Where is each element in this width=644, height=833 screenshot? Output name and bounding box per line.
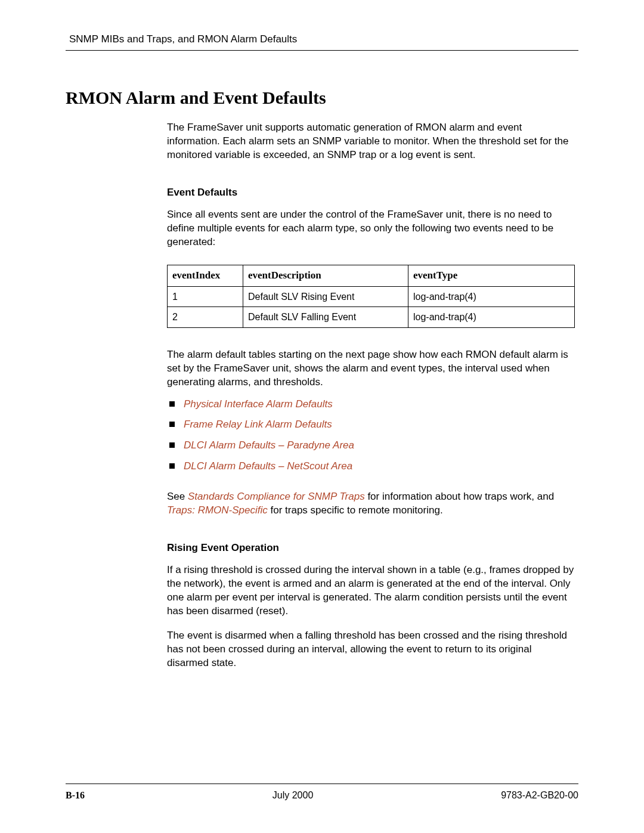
table-row: 1 Default SLV Rising Event log-and-trap(… bbox=[168, 286, 575, 307]
footer-date: July 2000 bbox=[273, 790, 314, 801]
table-header-row: eventIndex eventDescription eventType bbox=[168, 265, 575, 286]
link-physical-interface-alarm-defaults[interactable]: Physical Interface Alarm Defaults bbox=[167, 398, 575, 411]
header-rule bbox=[66, 50, 578, 51]
link-dlci-alarm-defaults-paradyne[interactable]: DLCI Alarm Defaults – Paradyne Area bbox=[167, 439, 575, 453]
document-number: 9783-A2-GB20-00 bbox=[501, 790, 578, 801]
cell-event-description: Default SLV Falling Event bbox=[243, 307, 408, 328]
event-defaults-heading: Event Defaults bbox=[167, 186, 575, 200]
running-header: SNMP MIBs and Traps, and RMON Alarm Defa… bbox=[66, 33, 578, 45]
section-title: RMON Alarm and Event Defaults bbox=[66, 88, 578, 108]
see-paragraph: See Standards Compliance for SNMP Traps … bbox=[167, 490, 575, 518]
col-event-description: eventDescription bbox=[243, 265, 408, 286]
col-event-index: eventIndex bbox=[168, 265, 243, 286]
link-traps-rmon-specific[interactable]: Traps: RMON-Specific bbox=[167, 504, 268, 516]
reference-link-list: Physical Interface Alarm Defaults Frame … bbox=[167, 398, 575, 474]
page-footer: B-16 July 2000 9783-A2-GB20-00 bbox=[66, 784, 578, 801]
see-text-pre: See bbox=[167, 491, 188, 502]
rising-event-p1: If a rising threshold is crossed during … bbox=[167, 563, 575, 618]
see-text-post: for traps specific to remote monitoring. bbox=[268, 504, 443, 516]
event-defaults-table: eventIndex eventDescription eventType 1 … bbox=[167, 265, 575, 328]
cell-event-index: 1 bbox=[168, 286, 243, 307]
intro-paragraph: The FrameSaver unit supports automatic g… bbox=[167, 121, 575, 162]
cell-event-type: log-and-trap(4) bbox=[408, 286, 575, 307]
rising-event-p2: The event is disarmed when a falling thr… bbox=[167, 629, 575, 670]
cell-event-type: log-and-trap(4) bbox=[408, 307, 575, 328]
link-dlci-alarm-defaults-netscout[interactable]: DLCI Alarm Defaults – NetScout Area bbox=[167, 460, 575, 473]
col-event-type: eventType bbox=[408, 265, 575, 286]
cell-event-index: 2 bbox=[168, 307, 243, 328]
table-row: 2 Default SLV Falling Event log-and-trap… bbox=[168, 307, 575, 328]
link-frame-relay-link-alarm-defaults[interactable]: Frame Relay Link Alarm Defaults bbox=[167, 418, 575, 432]
page-number: B-16 bbox=[66, 790, 85, 801]
link-standards-compliance[interactable]: Standards Compliance for SNMP Traps bbox=[188, 491, 365, 502]
after-table-paragraph: The alarm default tables starting on the… bbox=[167, 348, 575, 389]
see-text-mid: for information about how traps work, an… bbox=[365, 491, 555, 502]
rising-event-heading: Rising Event Operation bbox=[167, 541, 575, 555]
body-content: The FrameSaver unit supports automatic g… bbox=[167, 121, 575, 670]
event-defaults-paragraph: Since all events sent are under the cont… bbox=[167, 208, 575, 249]
document-page: SNMP MIBs and Traps, and RMON Alarm Defa… bbox=[0, 0, 644, 833]
cell-event-description: Default SLV Rising Event bbox=[243, 286, 408, 307]
